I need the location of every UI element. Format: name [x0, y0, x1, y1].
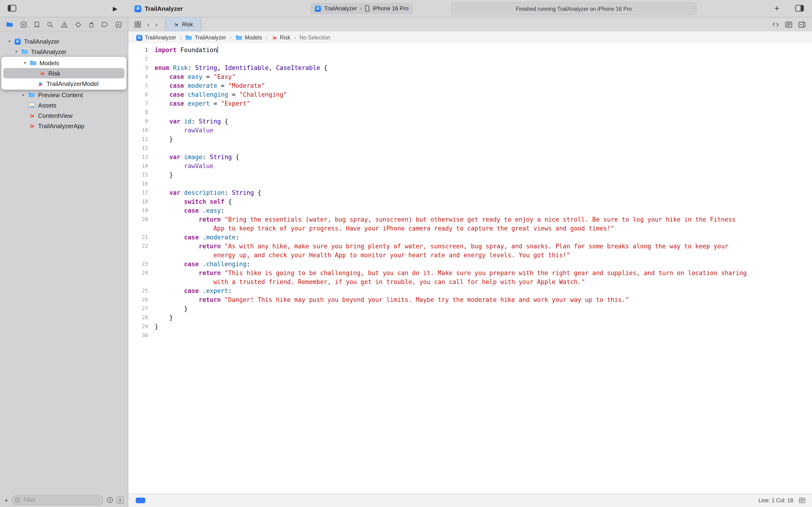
code-line[interactable]: 13 var image: String {: [128, 153, 812, 162]
code-line[interactable]: 28 }: [128, 313, 812, 322]
disclosure-triangle-icon[interactable]: ▾: [21, 61, 29, 65]
sidebar-item-contentview[interactable]: ContentView: [0, 110, 128, 121]
issues-navigator-icon[interactable]: [61, 21, 67, 27]
sidebar-item-trailanalyzer[interactable]: ▾TrailAnalyzer: [0, 47, 128, 57]
bookmarks-navigator-icon[interactable]: [35, 21, 40, 27]
code-line[interactable]: 15 }: [128, 170, 812, 179]
breadcrumb-item-models[interactable]: Models: [235, 35, 262, 40]
minimap-toggle-icon[interactable]: [136, 498, 145, 503]
code-text: var image: String {: [155, 153, 239, 162]
code-line[interactable]: 25 case .expert:: [128, 286, 812, 295]
scheme-target-label[interactable]: TrailAnalyzer: [324, 5, 357, 12]
breadcrumb-item-trailanalyzer[interactable]: TrailAnalyzer: [185, 35, 226, 40]
reports-navigator-icon[interactable]: [116, 21, 122, 27]
code-line[interactable]: 7 case expert = "Expert": [128, 99, 812, 108]
breakpoints-navigator-icon[interactable]: [101, 21, 108, 27]
breadcrumb-item-no-selection[interactable]: No Selection: [300, 35, 330, 40]
code-line[interactable]: 26 return "Danger! This hike may push yo…: [128, 295, 812, 304]
code-line[interactable]: 23 case .challenging:: [128, 260, 812, 269]
code-line[interactable]: 30: [128, 331, 812, 340]
editor-layout-button[interactable]: [795, 5, 804, 12]
back-button[interactable]: ‹: [147, 21, 149, 28]
line-number: 21: [128, 233, 155, 242]
breadcrumb-chevron-icon: ›: [230, 35, 232, 40]
sidebar-item-trailanalyzermodel[interactable]: TrailAnalyzerModel: [1, 78, 126, 89]
code-line[interactable]: 22 return "As with any hike, make sure y…: [128, 242, 812, 251]
sidebar-item-trailanalyzerapp[interactable]: TrailAnalyzerApp: [0, 121, 128, 131]
code-line[interactable]: 10 rawValue: [128, 126, 812, 135]
window-title-group: A TrailAnalyzer: [135, 0, 183, 17]
code-line[interactable]: 20 return "Bring the essentials (water, …: [128, 215, 812, 224]
code-line[interactable]: 12: [128, 144, 812, 153]
disclosure-triangle-icon[interactable]: ▾: [13, 49, 20, 54]
tab-risk[interactable]: Risk: [165, 17, 201, 32]
sidebar-item-label: Assets: [38, 102, 56, 109]
sidebar-item-trailanalyzer[interactable]: ▾ATrailAnalyzer: [0, 36, 128, 47]
sidebar-toggle-icon[interactable]: [7, 5, 16, 12]
code-line[interactable]: with a trusted friend. Remember, if you …: [128, 277, 812, 286]
code-review-icon[interactable]: [772, 21, 779, 27]
code-line[interactable]: 29}: [128, 322, 812, 331]
code-text: import Foundation: [155, 46, 218, 54]
project-navigator-icon[interactable]: [6, 21, 13, 27]
editor-status-bar: Line: 1 Col: 18: [128, 493, 812, 507]
code-line[interactable]: 4 case easy = "Easy": [128, 72, 812, 81]
line-number: 16: [128, 179, 155, 188]
disclosure-triangle-icon[interactable]: ▸: [20, 93, 27, 97]
recent-files-icon[interactable]: [107, 497, 113, 503]
source-control-filter-icon[interactable]: ±: [116, 496, 123, 504]
sidebar-item-models[interactable]: ▾Models: [1, 58, 126, 68]
code-line[interactable]: 16: [128, 179, 812, 188]
code-line[interactable]: 8: [128, 108, 812, 117]
code-line[interactable]: 24 return "This hike is going to be chal…: [128, 269, 812, 277]
tests-navigator-icon[interactable]: [75, 21, 81, 27]
code-line[interactable]: 2: [128, 54, 812, 63]
editor-settings-icon[interactable]: [799, 498, 805, 503]
code-line[interactable]: 6 case challenging = "Challenging": [128, 90, 812, 99]
sidebar-item-label: Risk: [48, 70, 60, 77]
code-line[interactable]: 19 case .easy:: [128, 206, 812, 215]
disclosure-triangle-icon[interactable]: ▾: [6, 39, 13, 44]
code-line[interactable]: 14 rawValue: [128, 162, 812, 170]
sidebar-item-risk[interactable]: Risk: [3, 68, 124, 78]
code-line[interactable]: 1import Foundation: [128, 46, 812, 54]
code-editor[interactable]: 1import Foundation23enum Risk: String, I…: [128, 43, 812, 494]
related-items-icon[interactable]: [135, 21, 141, 28]
project-app-icon: A: [135, 5, 142, 12]
changes-navigator-icon[interactable]: [21, 21, 27, 27]
forward-button[interactable]: ›: [155, 21, 157, 28]
code-line[interactable]: 18 switch self {: [128, 197, 812, 206]
breadcrumb-label: TrailAnalyzer: [145, 35, 176, 40]
code-line[interactable]: 5 case moderate = "Moderate": [128, 81, 812, 90]
code-text: }: [155, 135, 173, 144]
code-line[interactable]: 9 var id: String {: [128, 117, 812, 126]
code-lines[interactable]: 1import Foundation23enum Risk: String, I…: [128, 43, 812, 340]
code-line[interactable]: 17 var description: String {: [128, 188, 812, 197]
scheme-destination-label[interactable]: iPhone 16 Pro: [373, 5, 409, 12]
breadcrumb-label: Models: [245, 35, 262, 40]
code-line[interactable]: energy up, and check your Health App to …: [128, 251, 812, 260]
code-line[interactable]: 27 }: [128, 304, 812, 313]
debug-navigator-icon[interactable]: [89, 21, 94, 27]
library-add-button[interactable]: +: [774, 0, 779, 17]
breadcrumb-item-trailanalyzer[interactable]: ATrailAnalyzer: [136, 34, 176, 41]
sidebar-item-assets[interactable]: Assets: [0, 100, 128, 110]
add-editor-icon[interactable]: [798, 21, 805, 27]
filter-field[interactable]: [12, 495, 103, 505]
run-button[interactable]: ▶: [113, 0, 117, 17]
breadcrumb-item-risk[interactable]: Risk: [271, 35, 290, 40]
code-text: case expert = "Expert": [155, 99, 250, 108]
code-line[interactable]: 3enum Risk: String, Identifiable, CaseIt…: [128, 63, 812, 72]
sidebar-item-preview-content[interactable]: ▸Preview Content: [0, 90, 128, 100]
find-navigator-icon[interactable]: [47, 21, 53, 27]
code-line[interactable]: App to keep track of your progress. Have…: [128, 224, 812, 233]
editor-options-icon[interactable]: [785, 21, 792, 27]
filter-input[interactable]: [22, 497, 101, 503]
folder-icon: [29, 60, 37, 66]
add-item-button[interactable]: +: [4, 496, 8, 504]
code-line[interactable]: 21 case .moderate:: [128, 233, 812, 242]
line-number: 18: [128, 197, 155, 206]
scheme-selector[interactable]: A TrailAnalyzer › iPhone 16 Pro: [310, 3, 413, 14]
line-col-indicator: Line: 1 Col: 18: [758, 498, 793, 503]
code-line[interactable]: 11 }: [128, 135, 812, 144]
